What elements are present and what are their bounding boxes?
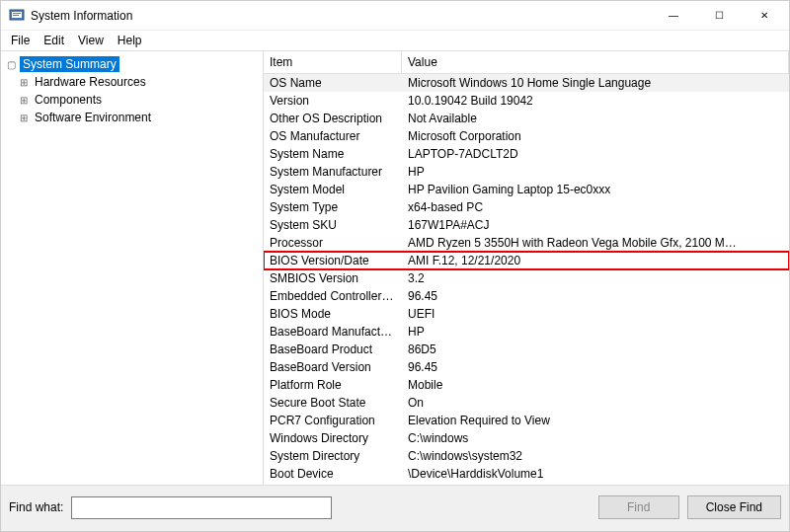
content-pane: ▢ System Summary ⊞ Hardware Resources ⊞ … [1,50,789,485]
tree-item-components[interactable]: ⊞ Components [3,91,261,109]
list-row[interactable]: Boot Device\Device\HarddiskVolume1 [264,465,789,483]
collapse-icon[interactable]: ▢ [5,58,18,71]
tree-pane[interactable]: ▢ System Summary ⊞ Hardware Resources ⊞ … [1,51,264,485]
cell-value: Microsoft Windows 10 Home Single Languag… [402,75,789,91]
cell-value: Elevation Required to View [402,413,789,428]
menu-file[interactable]: File [5,32,36,49]
list-row[interactable]: Embedded Controller V…96.45 [264,287,789,305]
cell-item: System Name [264,146,402,162]
menu-help[interactable]: Help [112,32,148,49]
tree-label: Software Environment [32,110,154,125]
list-row[interactable]: SMBIOS Version3.2 [264,269,789,287]
list-row[interactable]: System Typex64-based PC [264,198,789,216]
close-button[interactable]: ✕ [742,1,787,31]
maximize-button[interactable]: ☐ [696,1,742,31]
menu-view[interactable]: View [72,32,110,49]
find-label: Find what: [9,500,63,514]
list-row[interactable]: System ManufacturerHP [264,163,789,181]
tree-label: Components [32,92,105,108]
cell-value: x64-based PC [402,199,789,215]
cell-value: Microsoft Corporation [402,128,789,144]
list-row[interactable]: System SKU167W1PA#ACJ [264,216,789,234]
list-header: Item Value [264,51,789,74]
cell-value: Mobile [402,377,789,393]
svg-rect-3 [13,15,19,16]
cell-item: Boot Device [264,466,402,482]
list-row[interactable]: BIOS Version/DateAMI F.12, 12/21/2020 [264,252,789,269]
cell-value: 10.0.19042 Build 19042 [402,93,789,109]
svg-rect-2 [13,13,21,14]
cell-value: HP [402,164,789,180]
expand-icon[interactable]: ⊞ [17,112,30,124]
cell-item: BIOS Mode [264,306,402,322]
cell-value: 96.45 [402,288,789,304]
list-body[interactable]: OS NameMicrosoft Windows 10 Home Single … [264,74,789,485]
cell-value: UEFI [402,306,789,322]
tree-item-software-env[interactable]: ⊞ Software Environment [3,109,261,126]
find-input[interactable] [71,496,332,519]
list-row[interactable]: Other OS DescriptionNot Available [264,110,789,127]
list-row[interactable]: Platform RoleMobile [264,376,789,394]
cell-item: BIOS Version/Date [264,253,402,268]
cell-value: 167W1PA#ACJ [402,217,789,233]
column-header-value[interactable]: Value [402,51,789,73]
list-row[interactable]: Secure Boot StateOn [264,394,789,412]
cell-item: System Directory [264,448,402,464]
list-row[interactable]: BaseBoard Version96.45 [264,358,789,376]
list-row[interactable]: System DirectoryC:\windows\system32 [264,447,789,465]
find-bar: Find what: Find Close Find [1,485,789,531]
minimize-button[interactable]: — [651,1,696,31]
expand-icon[interactable]: ⊞ [17,76,30,89]
cell-item: System Type [264,199,402,215]
cell-value: Not Available [402,111,789,126]
cell-item: PCR7 Configuration [264,413,402,428]
cell-value: HP [402,324,789,340]
menu-edit[interactable]: Edit [38,32,70,49]
cell-item: Other OS Description [264,111,402,126]
list-row[interactable]: ProcessorAMD Ryzen 5 3550H with Radeon V… [264,234,789,252]
column-header-item[interactable]: Item [264,51,402,73]
cell-value: 86D5 [402,342,789,357]
expand-icon[interactable]: ⊞ [17,94,30,107]
cell-item: BaseBoard Manufacturer [264,324,402,340]
window-title: System Information [31,9,651,23]
cell-value: AMI F.12, 12/21/2020 [402,253,789,268]
list-row[interactable]: OS NameMicrosoft Windows 10 Home Single … [264,74,789,92]
cell-item: SMBIOS Version [264,270,402,286]
tree-label: Hardware Resources [32,74,149,90]
cell-item: System Manufacturer [264,164,402,180]
menubar: File Edit View Help [1,31,789,50]
list-row[interactable]: BaseBoard ManufacturerHP [264,323,789,341]
cell-value: C:\windows [402,430,789,446]
cell-value: LAPTOP-7ADCLT2D [402,146,789,162]
list-row[interactable]: Version10.0.19042 Build 19042 [264,92,789,110]
list-row[interactable]: System ModelHP Pavilion Gaming Laptop 15… [264,181,789,198]
cell-item: BaseBoard Product [264,342,402,357]
cell-value: On [402,395,789,411]
cell-item: OS Name [264,75,402,91]
list-row[interactable]: PCR7 ConfigurationElevation Required to … [264,412,789,429]
list-row[interactable]: Windows DirectoryC:\windows [264,429,789,447]
list-row[interactable]: BIOS ModeUEFI [264,305,789,323]
cell-item: System SKU [264,217,402,233]
cell-item: Embedded Controller V… [264,288,402,304]
list-row[interactable]: OS ManufacturerMicrosoft Corporation [264,127,789,145]
cell-item: Processor [264,235,402,251]
cell-value: 96.45 [402,359,789,375]
tree-item-system-summary[interactable]: ▢ System Summary [3,55,261,73]
app-icon [9,8,25,24]
cell-value: \Device\HarddiskVolume1 [402,466,789,482]
list-row[interactable]: BaseBoard Product86D5 [264,341,789,358]
tree-item-hardware[interactable]: ⊞ Hardware Resources [3,73,261,91]
titlebar: System Information — ☐ ✕ [1,1,789,31]
cell-value: C:\windows\system32 [402,448,789,464]
list-row[interactable]: System NameLAPTOP-7ADCLT2D [264,145,789,163]
find-button[interactable]: Find [598,495,679,519]
details-pane: Item Value OS NameMicrosoft Windows 10 H… [264,51,789,485]
tree-label: System Summary [20,56,119,72]
cell-item: OS Manufacturer [264,128,402,144]
cell-item: System Model [264,182,402,197]
cell-item: Windows Directory [264,430,402,446]
close-find-button[interactable]: Close Find [687,495,781,519]
window-controls: — ☐ ✕ [651,1,787,31]
